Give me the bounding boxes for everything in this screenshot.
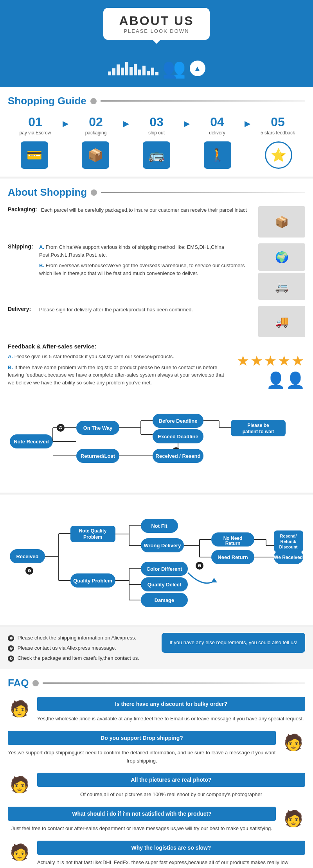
feedback-section: Feedback & After-sales service: A. Pleas…	[8, 343, 305, 389]
play-button-icon[interactable]: ▲	[190, 61, 205, 76]
step-5-number: 05	[250, 115, 305, 129]
step-4: 04 delivery	[190, 115, 245, 136]
feedback-title: Feedback & After-sales service:	[8, 343, 305, 350]
shipping-content-a: A. From China:We support various kinds o…	[39, 243, 250, 259]
arrow-2: ▶	[123, 115, 129, 128]
step-2-number: 02	[68, 115, 123, 129]
svg-text:❸: ❸	[27, 568, 31, 573]
step-1-label: pay via Escrow	[8, 130, 63, 136]
shopping-guide-title: Shopping Guide	[8, 95, 305, 107]
feedback-text-b: B. If there have some problem with the l…	[8, 364, 229, 387]
svg-text:Resend/: Resend/	[280, 534, 297, 538]
step-3: 03 ship out	[129, 115, 184, 136]
faq-answer-2: Yes,we support drop shipping,just need t…	[8, 749, 276, 765]
equalizer-icon	[108, 62, 158, 75]
step-icon-box-2: 📦	[69, 141, 122, 169]
svg-text:Discount: Discount	[279, 545, 297, 549]
delivery-text: Please sign for delivery after the parce…	[39, 306, 254, 314]
faq-content-5: Why the logistics are so slow? Actually …	[37, 841, 305, 868]
note-2: ❷ Please contact us via Aliexpress messs…	[8, 643, 154, 653]
faq-title: FAQ	[8, 677, 305, 689]
truck-icon: 🚌	[143, 141, 170, 169]
shopping-guide-section: Shopping Guide 01 pay via Escrow ▶ 02 pa…	[0, 87, 313, 177]
step-2: 02 packaging	[68, 115, 123, 136]
faq-section: FAQ 🧑 Is there have any discount for bul…	[0, 669, 313, 868]
step-1-number: 01	[8, 115, 63, 129]
svg-text:Quality Delect: Quality Delect	[148, 582, 182, 588]
svg-text:Note Quality: Note Quality	[79, 528, 107, 534]
faq-content-1: Is there have any discount for bulky ord…	[37, 697, 305, 723]
speech-bubble: ABOUT US PLEASE LOOK DOWN	[103, 8, 209, 40]
svg-text:Returned/Lost: Returned/Lost	[81, 453, 115, 459]
steps-numbers-row: 01 pay via Escrow ▶ 02 packaging ▶ 03 sh…	[8, 115, 305, 136]
faq-content-3: All the pictures are real photo? Of cour…	[37, 773, 305, 799]
header-section: ABOUT US PLEASE LOOK DOWN 👥 ▲	[0, 0, 313, 87]
svg-text:Color Different: Color Different	[147, 566, 183, 572]
faq-content-2: Do you support Drop shipping? Yes,we sup…	[8, 731, 276, 765]
shipping-row: Shipping: A. From China:We support vario…	[8, 243, 305, 300]
svg-text:Please be: Please be	[247, 423, 269, 428]
faq-avatar-2: 🧑	[282, 731, 305, 754]
delivery-label: Delivery:	[8, 306, 39, 312]
step-4-number: 04	[190, 115, 245, 129]
faq-avatar-3: 🧑	[8, 773, 31, 796]
title-dot-faq	[32, 680, 39, 686]
step-icon-box-5: ⭐	[252, 141, 305, 169]
step-icons-row: 💳 📦 🚌 🚶 ⭐	[8, 141, 305, 169]
svg-text:Quality Problem: Quality Problem	[73, 578, 112, 584]
svg-text:Damage: Damage	[155, 597, 174, 603]
world-map-image: 🌍	[258, 243, 305, 271]
feedback-text-a: A. Please give us 5 star feedback if you…	[8, 353, 229, 361]
delivery-van-image: 🚚	[258, 306, 305, 337]
svg-text:On The Way: On The Way	[83, 425, 113, 431]
note-3: ❸ Check the package and item carefully,t…	[8, 653, 154, 663]
flowchart-section-2: Received ❸ Note Quality Problem Quality …	[0, 495, 313, 625]
step-icon-box-3: 🚌	[130, 141, 183, 169]
shipping-content-b: B. From overseas warehouse:We've got the…	[39, 262, 250, 277]
header-title: ABOUT US	[119, 14, 194, 28]
step-3-label: ship out	[129, 130, 184, 136]
star-feedback-icon: ⭐	[265, 141, 292, 169]
requirements-box: If you have any else requirements, you c…	[162, 633, 305, 653]
svg-text:We Received: We Received	[274, 555, 303, 560]
svg-text:Not Fit: Not Fit	[151, 523, 167, 529]
step-3-number: 03	[129, 115, 184, 129]
packaging-image: 📦	[258, 206, 305, 238]
people-icon: 👥	[162, 57, 186, 79]
svg-text:Wrong Delivery: Wrong Delivery	[144, 543, 181, 548]
step-5-label: 5 stars feedback	[250, 130, 305, 136]
svg-text:Need Return: Need Return	[218, 554, 248, 560]
svg-text:Exceed Deadline: Exceed Deadline	[158, 434, 198, 439]
title-dot-2	[91, 189, 97, 196]
step-4-label: delivery	[190, 130, 245, 136]
svg-text:Problem: Problem	[83, 534, 102, 540]
faq-item-1: 🧑 Is there have any discount for bulky o…	[8, 697, 305, 723]
package-icon: 📦	[82, 141, 109, 169]
step-icon-box-4: 🚶	[191, 141, 244, 169]
arrow-4: ▶	[245, 115, 250, 128]
step-icon-box-1: 💳	[8, 141, 61, 169]
packages-img-placeholder: 📦	[258, 206, 305, 238]
stars-row: ★★★★★	[237, 353, 305, 369]
faq-question-4: What should i do if i'm not satisfied wi…	[8, 807, 276, 821]
van-image: 🚐	[258, 273, 305, 300]
flowchart-svg-2: Received ❸ Note Quality Problem Quality …	[8, 502, 305, 616]
svg-text:Return: Return	[225, 541, 241, 546]
header-subtitle: PLEASE LOOK DOWN	[119, 28, 194, 34]
faq-item-3: 🧑 All the pictures are real photo? Of co…	[8, 773, 305, 799]
svg-text:Received: Received	[16, 554, 38, 559]
svg-text:❷: ❷	[198, 563, 201, 568]
faq-question-1: Is there have any discount for bulky ord…	[37, 697, 305, 711]
notes-list: ❶ Please check the shipping information …	[8, 633, 154, 663]
step-2-label: packaging	[68, 130, 123, 136]
svg-text:Received / Resend: Received / Resend	[156, 453, 201, 459]
faq-avatar-1: 🧑	[8, 697, 31, 720]
about-shopping-section: About Shopping Packaging: Each parcel wi…	[0, 179, 313, 397]
packaging-label: Packaging:	[8, 206, 41, 213]
svg-text:Before Deadline: Before Deadline	[159, 418, 198, 424]
svg-marker-87	[211, 578, 217, 582]
svg-text:Refund/: Refund/	[281, 539, 297, 544]
faq-question-5: Why the logistics are so slow?	[37, 841, 305, 855]
step-1: 01 pay via Escrow	[8, 115, 63, 136]
about-shopping-title: About Shopping	[8, 186, 305, 198]
